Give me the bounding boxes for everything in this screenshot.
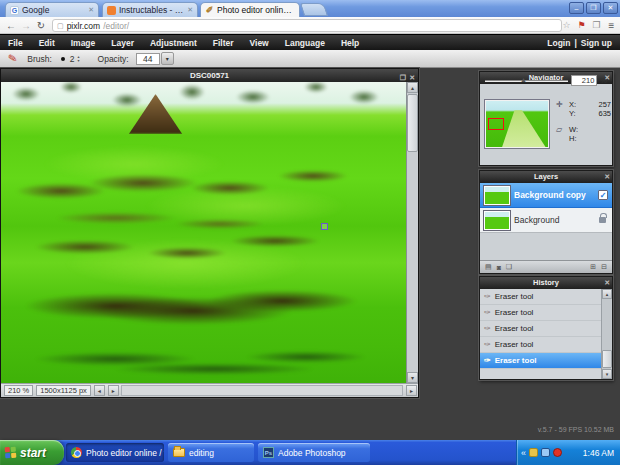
menu-file[interactable]: File <box>0 38 31 48</box>
navigator-panel: Navigator ✕ ✛ X:257 Y:635 <box>479 71 613 166</box>
photo-hut-shape <box>127 94 185 134</box>
scroll-down-icon[interactable]: ▾ <box>602 369 612 379</box>
history-scrollbar[interactable]: ▴ ▾ <box>601 289 612 379</box>
menu-help[interactable]: Help <box>333 38 367 48</box>
back-icon[interactable]: ← <box>4 18 18 32</box>
history-item[interactable]: ✑ Eraser tool <box>480 337 601 353</box>
brush-size-value[interactable]: 2 <box>70 54 75 64</box>
history-item[interactable]: ✑ Eraser tool <box>480 289 601 305</box>
tab-pixlr[interactable]: ✐ Photo editor online / free ima... <box>200 2 300 17</box>
login-link[interactable]: Login <box>547 38 570 48</box>
layer-name: Background copy <box>514 190 594 200</box>
canvas-title-text: DSC00571 <box>190 71 229 80</box>
crosshair-icon: ✛ <box>556 100 565 118</box>
tab-title: Google <box>22 5 85 15</box>
tab-close-icon[interactable]: ✕ <box>88 6 94 14</box>
zoom-slider-thumb-icon[interactable]: ▲ <box>520 76 527 83</box>
tab-instructables[interactable]: Instructables - Make, How T... ✕ <box>102 2 198 17</box>
close-button[interactable]: ✕ <box>603 2 618 14</box>
address-bar[interactable]: ▢ pixlr.com /editor/ <box>52 19 562 32</box>
zoom-value-input[interactable]: 210 <box>571 75 597 86</box>
x-value: 257 <box>598 100 611 109</box>
instructables-favicon-icon <box>107 6 116 15</box>
bookmark-star-icon[interactable]: ☆ <box>560 18 573 32</box>
scroll-right-end-icon[interactable]: ▸ <box>406 385 417 396</box>
restore-button[interactable]: ❐ <box>586 2 601 14</box>
menu-layer[interactable]: Layer <box>103 38 142 48</box>
navigator-thumbnail[interactable] <box>485 100 549 148</box>
eraser-cursor <box>321 223 328 230</box>
y-label: Y: <box>569 109 576 118</box>
taskbar-item-editing-folder[interactable]: editing <box>168 443 254 462</box>
layer-group-icon[interactable]: ❏ <box>506 263 512 271</box>
menu-edit[interactable]: Edit <box>31 38 63 48</box>
taskbar-item-photoshop[interactable]: Ps Adobe Photoshop <box>258 443 370 462</box>
tray-alert-icon[interactable] <box>553 448 562 457</box>
folder-icon <box>173 448 185 457</box>
tab-close-icon[interactable]: ✕ <box>187 6 193 14</box>
scroll-left-icon[interactable]: ◂ <box>94 385 105 396</box>
tab-google[interactable]: G Google ✕ <box>5 2 99 17</box>
tray-chevron-icon[interactable]: « <box>521 448 526 458</box>
menu-language[interactable]: Language <box>277 38 333 48</box>
windows-flag-icon <box>5 447 17 459</box>
start-button[interactable]: start <box>0 440 64 465</box>
history-title: History <box>533 278 559 287</box>
reload-icon[interactable]: ↻ <box>34 18 48 32</box>
browser-menu-icon[interactable]: ≡ <box>605 18 618 32</box>
brush-size-stepper[interactable]: ▴ ▾ <box>78 55 80 63</box>
opacity-input[interactable]: 44 <box>136 53 160 65</box>
minimize-button[interactable]: – <box>569 2 584 14</box>
taskbar-item-pixlr[interactable]: Photo editor online / f... <box>66 443 164 462</box>
signup-link[interactable]: Sign up <box>581 38 612 48</box>
scroll-down-icon[interactable]: ▾ <box>407 372 418 383</box>
history-item-selected[interactable]: ✑ Eraser tool <box>480 353 601 369</box>
opacity-label: Opacity: <box>98 54 129 64</box>
layer-menu-icon[interactable]: ▤ <box>485 263 492 271</box>
w-label: W: <box>569 125 578 134</box>
layer-visibility-checkbox[interactable]: ✓ <box>598 190 608 200</box>
extension-flag-icon[interactable]: ⚑ <box>575 18 588 32</box>
canvas-titlebar[interactable]: DSC00571 ❐ ✕ <box>1 69 418 82</box>
history-item[interactable]: ✑ Eraser tool <box>480 305 601 321</box>
share-icon[interactable]: ❐ <box>590 18 603 32</box>
stepper-down-icon[interactable]: ▾ <box>78 59 80 63</box>
forward-icon[interactable]: → <box>19 18 33 32</box>
scroll-up-icon[interactable]: ▴ <box>407 82 418 93</box>
canvas-vertical-scrollbar[interactable]: ▴ ▾ <box>406 82 418 383</box>
clock[interactable]: 1:46 AM <box>583 448 614 458</box>
layer-row-background-copy[interactable]: Background copy ✓ <box>480 183 612 208</box>
history-scroll-thumb[interactable] <box>602 350 612 368</box>
zoom-level: 210 % <box>4 385 33 396</box>
photo-canvas[interactable] <box>1 82 406 383</box>
url-path: /editor/ <box>103 21 129 31</box>
vertical-scroll-thumb[interactable] <box>407 94 418 152</box>
horizontal-scroll-track[interactable] <box>121 385 403 396</box>
history-item[interactable]: ✑ Eraser tool <box>480 321 601 337</box>
menu-adjustment[interactable]: Adjustment <box>142 38 205 48</box>
new-tab-button[interactable] <box>300 3 328 16</box>
eraser-history-icon: ✑ <box>484 324 491 333</box>
opacity-dropdown-button[interactable]: ▾ <box>161 52 174 65</box>
brush-preview-dot[interactable] <box>61 57 65 61</box>
menu-view[interactable]: View <box>242 38 277 48</box>
add-layer-icon[interactable]: ⊞ <box>590 263 596 271</box>
history-close-icon[interactable]: ✕ <box>604 277 610 289</box>
navigator-viewport-rect[interactable] <box>488 118 504 130</box>
scroll-right-icon[interactable]: ▸ <box>108 385 119 396</box>
menu-filter[interactable]: Filter <box>205 38 242 48</box>
window-controls: – ❐ ✕ <box>569 2 618 14</box>
scroll-up-icon[interactable]: ▴ <box>602 289 612 299</box>
tray-network-icon[interactable] <box>541 448 550 457</box>
zoom-slider[interactable]: ▲ <box>485 80 568 82</box>
url-host: pixlr.com <box>67 21 101 31</box>
delete-layer-icon[interactable]: ⊟ <box>601 263 607 271</box>
tray-shield-icon[interactable] <box>529 448 538 457</box>
layers-close-icon[interactable]: ✕ <box>604 171 610 183</box>
menu-image[interactable]: Image <box>63 38 104 48</box>
layer-mask-icon[interactable]: ◙ <box>497 264 501 271</box>
taskbar: start Photo editor online / f... editing… <box>0 440 620 465</box>
layers-footer-toolbar: ▤ ◙ ❏ ⊞ ⊟ <box>480 260 612 273</box>
layer-row-background[interactable]: Background <box>480 208 612 233</box>
browser-titlebar: G Google ✕ Instructables - Make, How T..… <box>0 0 620 17</box>
